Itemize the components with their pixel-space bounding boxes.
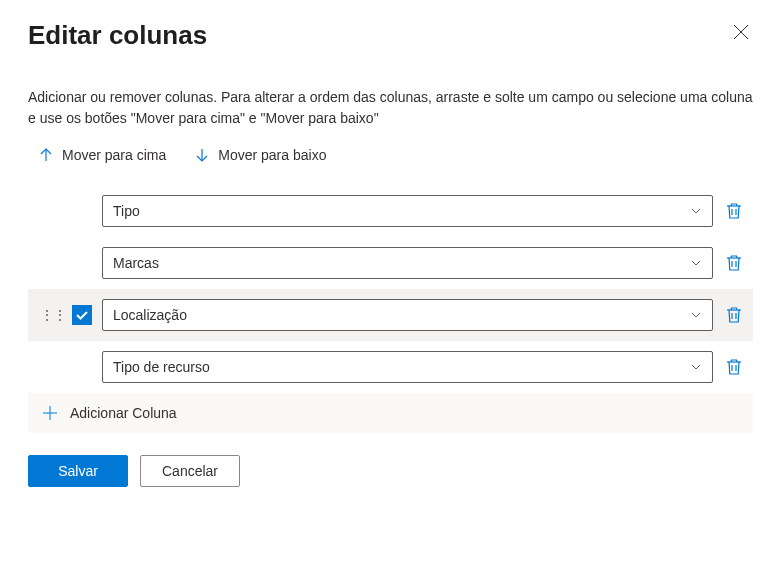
column-list: Tipo Marcas xyxy=(28,185,753,433)
column-select[interactable]: Localização xyxy=(102,299,713,331)
move-up-label: Mover para cima xyxy=(62,147,166,163)
arrow-up-icon xyxy=(38,147,54,163)
delete-column-button[interactable] xyxy=(723,356,745,378)
column-row: Tipo xyxy=(28,185,753,237)
column-select-value: Tipo de recurso xyxy=(113,359,210,375)
chevron-down-icon xyxy=(690,309,702,321)
close-button[interactable] xyxy=(729,20,753,47)
row-checkbox[interactable] xyxy=(72,305,92,325)
move-up-button[interactable]: Mover para cima xyxy=(38,147,166,163)
plus-icon xyxy=(42,405,58,421)
column-select[interactable]: Marcas xyxy=(102,247,713,279)
column-select[interactable]: Tipo de recurso xyxy=(102,351,713,383)
column-row: Tipo de recurso xyxy=(28,341,753,393)
drag-handle-icon[interactable]: ⋮⋮ xyxy=(40,308,66,322)
dialog-description: Adicionar ou remover colunas. Para alter… xyxy=(28,87,753,129)
chevron-down-icon xyxy=(690,257,702,269)
column-select-value: Tipo xyxy=(113,203,140,219)
delete-column-button[interactable] xyxy=(723,252,745,274)
trash-icon xyxy=(725,202,743,220)
trash-icon xyxy=(725,254,743,272)
checkmark-icon xyxy=(75,308,89,322)
dialog-title: Editar colunas xyxy=(28,20,207,51)
chevron-down-icon xyxy=(690,205,702,217)
trash-icon xyxy=(725,306,743,324)
delete-column-button[interactable] xyxy=(723,200,745,222)
move-down-button[interactable]: Mover para baixo xyxy=(194,147,326,163)
delete-column-button[interactable] xyxy=(723,304,745,326)
column-select-value: Localização xyxy=(113,307,187,323)
trash-icon xyxy=(725,358,743,376)
save-button[interactable]: Salvar xyxy=(28,455,128,487)
column-row: Marcas xyxy=(28,237,753,289)
column-select[interactable]: Tipo xyxy=(102,195,713,227)
close-icon xyxy=(733,24,749,40)
column-select-value: Marcas xyxy=(113,255,159,271)
cancel-button[interactable]: Cancelar xyxy=(140,455,240,487)
add-column-button[interactable]: Adicionar Coluna xyxy=(28,393,753,433)
add-column-label: Adicionar Coluna xyxy=(70,405,177,421)
move-down-label: Mover para baixo xyxy=(218,147,326,163)
column-row: ⋮⋮ Localização xyxy=(28,289,753,341)
chevron-down-icon xyxy=(690,361,702,373)
arrow-down-icon xyxy=(194,147,210,163)
